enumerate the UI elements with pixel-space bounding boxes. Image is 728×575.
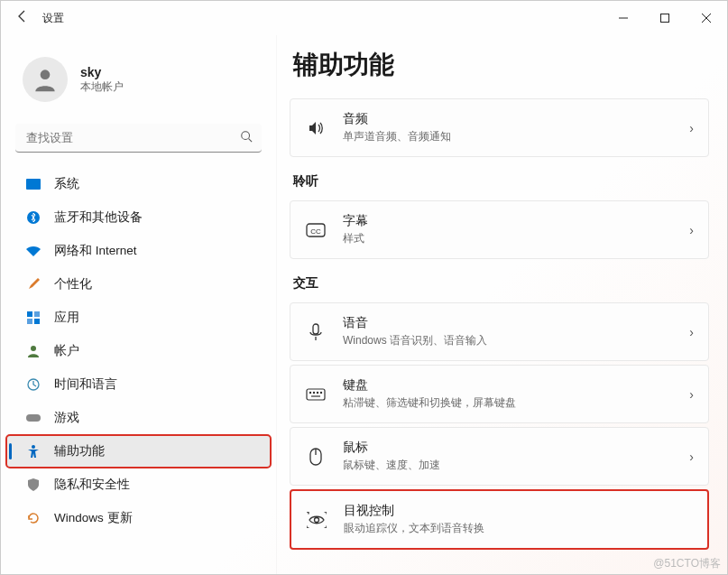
section-hearing: 聆听	[293, 173, 709, 190]
sidebar-item-apps[interactable]: 应用	[6, 301, 271, 334]
sidebar-item-label: 帐户	[54, 343, 79, 359]
card-mouse[interactable]: 鼠标 鼠标键、速度、加速 ›	[290, 427, 709, 486]
svg-rect-21	[307, 389, 325, 400]
eye-control-icon	[306, 509, 327, 531]
titlebar: 设置	[1, 1, 727, 35]
sidebar-item-system[interactable]: 系统	[6, 168, 271, 200]
sidebar-item-label: Windows 更新	[54, 510, 133, 526]
svg-line-6	[249, 139, 253, 143]
system-icon	[25, 176, 41, 192]
profile-name: sky	[80, 65, 124, 79]
search-icon	[240, 130, 253, 146]
page-title: 辅助功能	[293, 48, 709, 82]
svg-point-22	[309, 392, 310, 393]
person-icon	[25, 343, 41, 359]
update-icon	[25, 510, 41, 526]
svg-rect-11	[27, 319, 32, 324]
sidebar-item-accessibility[interactable]: 辅助功能	[6, 435, 271, 468]
speaker-icon	[305, 117, 327, 139]
card-title: 目视控制	[344, 503, 693, 519]
svg-rect-9	[27, 311, 32, 317]
brush-icon	[25, 276, 41, 292]
svg-point-25	[320, 392, 321, 393]
sidebar: sky 本地帐户 系统	[1, 35, 276, 574]
gamepad-icon	[25, 410, 41, 426]
svg-point-24	[317, 392, 318, 393]
card-subtitle: 样式	[343, 231, 673, 246]
card-title: 鼠标	[343, 440, 673, 456]
svg-rect-19	[313, 324, 318, 334]
close-button[interactable]	[686, 1, 727, 35]
card-subtitle: 单声道音频、音频通知	[343, 129, 673, 144]
main-content: 辅助功能 音频 单声道音频、音频通知 › 聆听 CC 字幕 样式	[276, 35, 727, 574]
sidebar-item-label: 系统	[54, 176, 79, 192]
maximize-button[interactable]	[644, 1, 686, 35]
mouse-icon	[305, 446, 327, 468]
sidebar-item-personalization[interactable]: 个性化	[6, 268, 271, 301]
nav-list: 系统 蓝牙和其他设备 网络和 Internet	[1, 163, 276, 544]
svg-rect-15	[26, 414, 41, 422]
window-title: 设置	[42, 11, 64, 26]
accessibility-icon	[25, 443, 41, 459]
apps-icon	[25, 310, 41, 326]
svg-point-23	[313, 392, 314, 393]
watermark: @51CTO博客	[653, 556, 721, 571]
svg-point-5	[242, 132, 250, 140]
shield-icon	[25, 477, 41, 493]
card-subtitle: 粘滞键、筛选键和切换键，屏幕键盘	[343, 395, 673, 411]
chevron-right-icon: ›	[689, 223, 694, 237]
search-input[interactable]	[15, 124, 262, 153]
profile-subtitle: 本地帐户	[80, 79, 124, 95]
back-button[interactable]	[15, 9, 30, 28]
card-title: 字幕	[343, 213, 673, 229]
sidebar-item-label: 隐私和安全性	[54, 477, 130, 493]
chevron-right-icon: ›	[689, 325, 694, 339]
sidebar-item-network[interactable]: 网络和 Internet	[6, 235, 271, 267]
card-captions[interactable]: CC 字幕 样式 ›	[290, 200, 709, 259]
svg-text:CC: CC	[310, 227, 321, 236]
sidebar-item-gaming[interactable]: 游戏	[6, 402, 271, 434]
card-keyboard[interactable]: 键盘 粘滞键、筛选键和切换键，屏幕键盘 ›	[290, 365, 709, 423]
svg-point-13	[31, 346, 36, 351]
svg-point-16	[32, 445, 35, 449]
sidebar-item-label: 游戏	[54, 410, 79, 426]
card-subtitle: 眼动追踪仪，文本到语音转换	[344, 521, 693, 536]
card-title: 键盘	[343, 377, 673, 394]
profile-block[interactable]: sky 本地帐户	[1, 50, 276, 118]
svg-point-4	[41, 70, 51, 79]
svg-rect-12	[34, 319, 40, 324]
chevron-right-icon: ›	[689, 450, 694, 464]
svg-point-29	[315, 517, 319, 522]
card-speech[interactable]: 语音 Windows 语音识别、语音输入 ›	[290, 302, 709, 361]
card-eye-control[interactable]: 目视控制 眼动追踪仪，文本到语音转换	[290, 489, 709, 550]
captions-icon: CC	[305, 219, 327, 241]
sidebar-item-label: 辅助功能	[54, 443, 105, 459]
microphone-icon	[305, 321, 327, 343]
keyboard-icon	[305, 384, 327, 405]
sidebar-item-bluetooth[interactable]: 蓝牙和其他设备	[6, 201, 271, 234]
svg-rect-10	[34, 311, 40, 317]
card-subtitle: Windows 语音识别、语音输入	[343, 333, 673, 348]
chevron-right-icon: ›	[689, 121, 694, 135]
sidebar-item-label: 个性化	[54, 276, 92, 292]
sidebar-item-label: 时间和语言	[54, 376, 117, 393]
sidebar-item-label: 应用	[54, 310, 79, 326]
svg-rect-7	[26, 179, 41, 190]
globe-clock-icon	[25, 376, 41, 393]
minimize-button[interactable]	[603, 1, 644, 35]
sidebar-item-accounts[interactable]: 帐户	[6, 335, 271, 367]
sidebar-item-label: 蓝牙和其他设备	[54, 209, 143, 226]
avatar	[23, 57, 68, 102]
card-audio[interactable]: 音频 单声道音频、音频通知 ›	[290, 98, 709, 157]
wifi-icon	[25, 243, 41, 259]
chevron-right-icon: ›	[689, 387, 694, 402]
card-title: 音频	[343, 111, 673, 127]
sidebar-item-time-language[interactable]: 时间和语言	[6, 368, 271, 401]
bluetooth-icon	[25, 209, 41, 226]
card-subtitle: 鼠标键、速度、加速	[343, 458, 673, 473]
section-interaction: 交互	[293, 275, 709, 292]
sidebar-item-privacy[interactable]: 隐私和安全性	[6, 468, 271, 501]
sidebar-item-label: 网络和 Internet	[54, 243, 137, 259]
sidebar-item-windows-update[interactable]: Windows 更新	[6, 502, 271, 534]
svg-rect-1	[661, 14, 669, 23]
